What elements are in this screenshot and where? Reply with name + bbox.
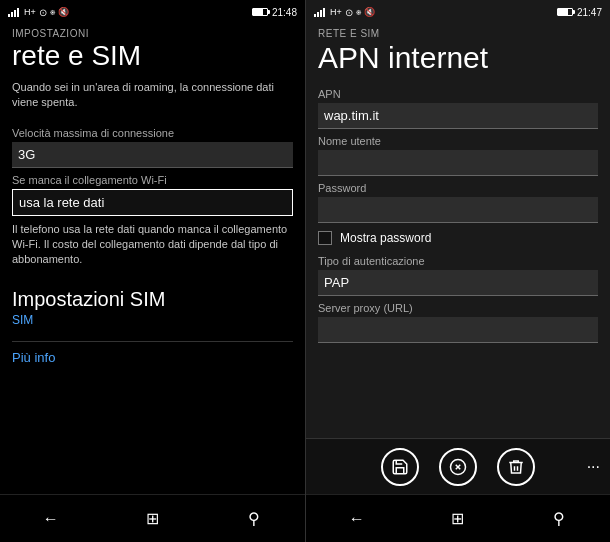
- apn-label: APN: [318, 88, 598, 100]
- tipo-input[interactable]: [318, 270, 598, 296]
- network-type-right: H+: [330, 7, 342, 17]
- home-button-left[interactable]: ⊞: [132, 499, 172, 539]
- tipo-label: Tipo di autenticazione: [318, 255, 598, 267]
- cancel-button[interactable]: [439, 448, 477, 486]
- sim-link[interactable]: SIM: [12, 313, 293, 327]
- more-button[interactable]: ···: [587, 458, 600, 476]
- time-left: 21:48: [272, 7, 297, 18]
- breadcrumb-right: RETE E SIM: [318, 28, 598, 39]
- network-type-left: H+: [24, 7, 36, 17]
- wifi-left: ⊙: [39, 7, 47, 18]
- mostra-password-checkbox[interactable]: [318, 231, 332, 245]
- back-button-left[interactable]: ←: [31, 499, 71, 539]
- piu-info-link[interactable]: Più info: [12, 350, 293, 365]
- bt-left: ⎈: [50, 7, 55, 17]
- time-right: 21:47: [577, 7, 602, 18]
- battery-right: [557, 8, 573, 16]
- description-left: Quando sei in un'area di roaming, la con…: [12, 80, 293, 111]
- signal-bars-right: [314, 7, 325, 17]
- bottom-nav-left: ← ⊞ ⚲: [0, 494, 305, 542]
- action-bar: ···: [306, 438, 610, 494]
- speed-input[interactable]: [12, 142, 293, 168]
- right-screen: H+ ⊙ ⎈ 🔇 21:47 RETE E SIM APN internet A…: [305, 0, 610, 542]
- nome-input[interactable]: [318, 150, 598, 176]
- proxy-label: Server proxy (URL): [318, 302, 598, 314]
- bar4: [17, 8, 19, 17]
- status-right-left-icons: H+ ⊙ ⎈ 🔇: [314, 7, 375, 18]
- rbar1: [314, 14, 316, 17]
- page-title-right: APN internet: [318, 41, 598, 74]
- apn-input[interactable]: [318, 103, 598, 129]
- status-bar-left: H+ ⊙ ⎈ 🔇 21:48: [0, 0, 305, 22]
- bt-right: ⎈: [356, 7, 361, 17]
- divider: [12, 341, 293, 342]
- bar1: [8, 14, 10, 17]
- status-left: H+ ⊙ ⎈ 🔇: [8, 7, 69, 18]
- home-button-right[interactable]: ⊞: [438, 499, 478, 539]
- bar3: [14, 10, 16, 17]
- nome-label: Nome utente: [318, 135, 598, 147]
- rbar3: [320, 10, 322, 17]
- vol-right: 🔇: [364, 7, 375, 17]
- speed-label: Velocità massima di connessione: [12, 127, 293, 139]
- back-button-right[interactable]: ←: [337, 499, 377, 539]
- rbar2: [317, 12, 319, 17]
- breadcrumb-left: IMPOSTAZIONI: [12, 28, 293, 39]
- proxy-input[interactable]: [318, 317, 598, 343]
- bottom-nav-right: ← ⊞ ⚲: [306, 494, 610, 542]
- delete-button[interactable]: [497, 448, 535, 486]
- save-button[interactable]: [381, 448, 419, 486]
- wifi-desc: Il telefono usa la rete dati quando manc…: [12, 222, 293, 268]
- bar2: [11, 12, 13, 17]
- vol-left: 🔇: [58, 7, 69, 17]
- battery-left: [252, 8, 268, 16]
- signal-bars: [8, 7, 19, 17]
- status-right-right: 21:47: [557, 7, 602, 18]
- page-title-left: rete e SIM: [12, 41, 293, 72]
- left-content: IMPOSTAZIONI rete e SIM Quando sei in un…: [0, 22, 305, 494]
- left-screen: H+ ⊙ ⎈ 🔇 21:48 IMPOSTAZIONI rete e SIM Q…: [0, 0, 305, 542]
- wifi-input[interactable]: [12, 189, 293, 216]
- sim-section-title: Impostazioni SIM: [12, 288, 293, 311]
- mostra-password-row: Mostra password: [318, 231, 598, 245]
- search-button-left[interactable]: ⚲: [234, 499, 274, 539]
- wifi-label: Se manca il collegamento Wi-Fi: [12, 174, 293, 186]
- password-label: Password: [318, 182, 598, 194]
- search-button-right[interactable]: ⚲: [539, 499, 579, 539]
- mostra-password-label: Mostra password: [340, 231, 431, 245]
- wifi-right: ⊙: [345, 7, 353, 18]
- password-input[interactable]: [318, 197, 598, 223]
- rbar4: [323, 8, 325, 17]
- right-content: RETE E SIM APN internet APN Nome utente …: [306, 22, 610, 438]
- status-right-left: 21:48: [252, 7, 297, 18]
- status-bar-right: H+ ⊙ ⎈ 🔇 21:47: [306, 0, 610, 22]
